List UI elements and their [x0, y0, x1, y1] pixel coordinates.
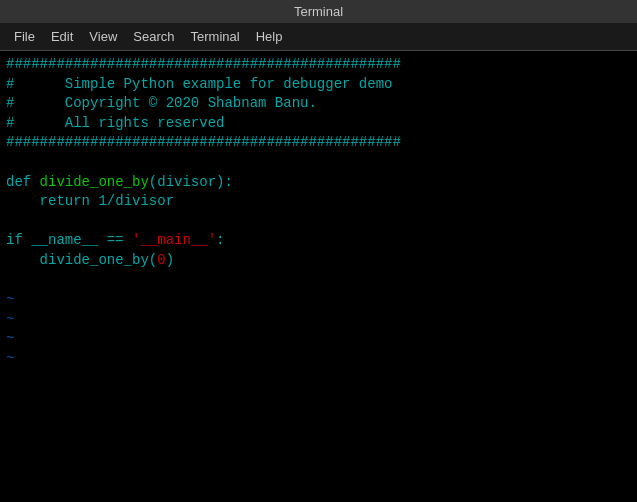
code-line: # Simple Python example for debugger dem…	[6, 76, 392, 92]
terminal-content[interactable]: ########################################…	[0, 51, 637, 502]
menu-edit[interactable]: Edit	[43, 27, 81, 46]
title-text: Terminal	[294, 4, 343, 19]
title-bar: Terminal	[0, 0, 637, 23]
code-line: # All rights reserved	[6, 115, 224, 131]
code-line: divide_one_by(0)	[6, 252, 174, 268]
code-line: def divide_one_by(divisor):	[6, 174, 233, 190]
code-line: ########################################…	[6, 56, 401, 72]
code-line: return 1/divisor	[6, 193, 174, 209]
menu-view[interactable]: View	[81, 27, 125, 46]
menu-bar: File Edit View Search Terminal Help	[0, 23, 637, 51]
code-line: # Copyright © 2020 Shabnam Banu.	[6, 95, 317, 111]
code-line: if __name__ == '__main__':	[6, 232, 224, 248]
menu-help[interactable]: Help	[248, 27, 291, 46]
menu-file[interactable]: File	[6, 27, 43, 46]
menu-search[interactable]: Search	[125, 27, 182, 46]
menu-terminal[interactable]: Terminal	[183, 27, 248, 46]
tilde-line: ~	[6, 330, 14, 346]
tilde-line: ~	[6, 350, 14, 366]
tilde-line: ~	[6, 291, 14, 307]
tilde-line: ~	[6, 311, 14, 327]
code-line: ########################################…	[6, 134, 401, 150]
